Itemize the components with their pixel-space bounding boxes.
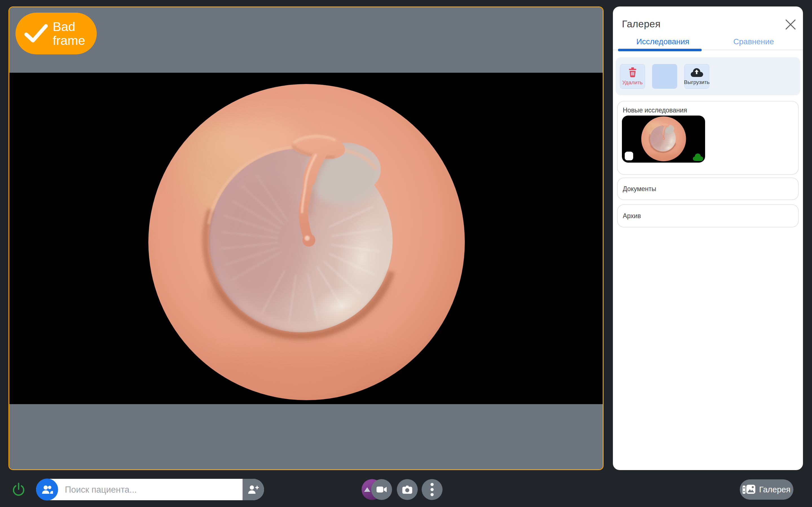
new-studies-title: Новые исследования <box>623 107 687 114</box>
gallery-button[interactable]: Галерея <box>740 480 794 500</box>
cloud-synced-icon <box>693 153 704 161</box>
take-photo-button[interactable] <box>397 479 418 500</box>
gallery-toolbar: Удалить Выгрузить <box>616 57 800 95</box>
triangle-up-icon <box>364 487 370 492</box>
delete-button[interactable]: Удалить <box>620 64 645 89</box>
video-letterbox-bottom <box>9 404 603 469</box>
patients-icon <box>36 478 58 501</box>
upload-button[interactable]: Выгрузить <box>684 64 709 89</box>
trash-icon <box>628 67 637 77</box>
gallery-panel: Галерея Исследования Сравнение Удалить <box>613 6 803 470</box>
camera-icon <box>402 485 412 494</box>
cloud-upload-icon <box>691 68 703 77</box>
bad-frame-badge: Bad frame <box>15 13 97 54</box>
toolbar-middle-button[interactable] <box>652 64 677 89</box>
patient-search-input[interactable] <box>64 479 218 501</box>
active-tab-indicator <box>618 49 702 51</box>
upload-label: Выгрузить <box>684 79 710 86</box>
add-patient-button[interactable] <box>243 479 264 500</box>
person-add-icon <box>247 485 259 494</box>
thumbnail-checkbox[interactable] <box>625 152 633 160</box>
power-button[interactable] <box>11 482 26 497</box>
delete-label: Удалить <box>622 79 643 86</box>
otoscopy-thumbnail-image <box>641 116 686 162</box>
record-video-button[interactable] <box>371 479 392 500</box>
panel-title: Галерея <box>622 18 661 30</box>
archive-label: Архив <box>623 212 641 220</box>
gallery-button-label: Галерея <box>759 485 790 494</box>
documents-label: Документы <box>623 185 656 193</box>
video-letterbox-top <box>9 7 603 73</box>
otoscopy-live-image <box>147 83 466 402</box>
kebab-menu-icon <box>430 483 434 496</box>
study-thumbnail[interactable] <box>622 116 705 163</box>
more-options-button[interactable] <box>422 479 443 500</box>
close-icon[interactable] <box>784 18 797 31</box>
videocam-icon <box>376 486 387 493</box>
tab-studies[interactable]: Исследования <box>617 38 708 46</box>
patient-search-bar <box>36 479 264 500</box>
tab-comparison[interactable]: Сравнение <box>708 38 799 46</box>
gallery-icon <box>743 485 756 495</box>
new-studies-card: Новые исследования <box>617 101 799 175</box>
bad-frame-label: Bad frame <box>53 20 92 47</box>
documents-section[interactable]: Документы <box>617 177 799 200</box>
video-viewport <box>8 6 604 470</box>
archive-section[interactable]: Архив <box>617 204 799 227</box>
check-icon <box>24 24 48 43</box>
